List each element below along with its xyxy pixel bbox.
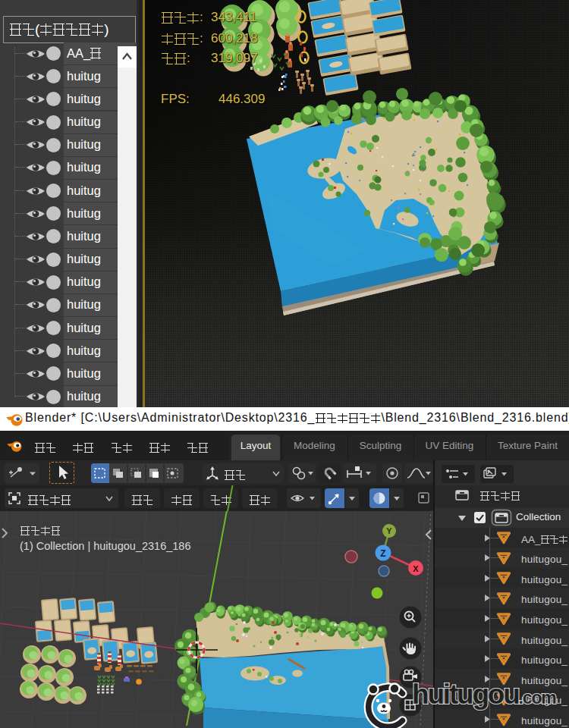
svg-text:X: X xyxy=(413,564,419,573)
svg-text:Y: Y xyxy=(386,526,392,535)
svg-text:Z: Z xyxy=(380,548,385,559)
